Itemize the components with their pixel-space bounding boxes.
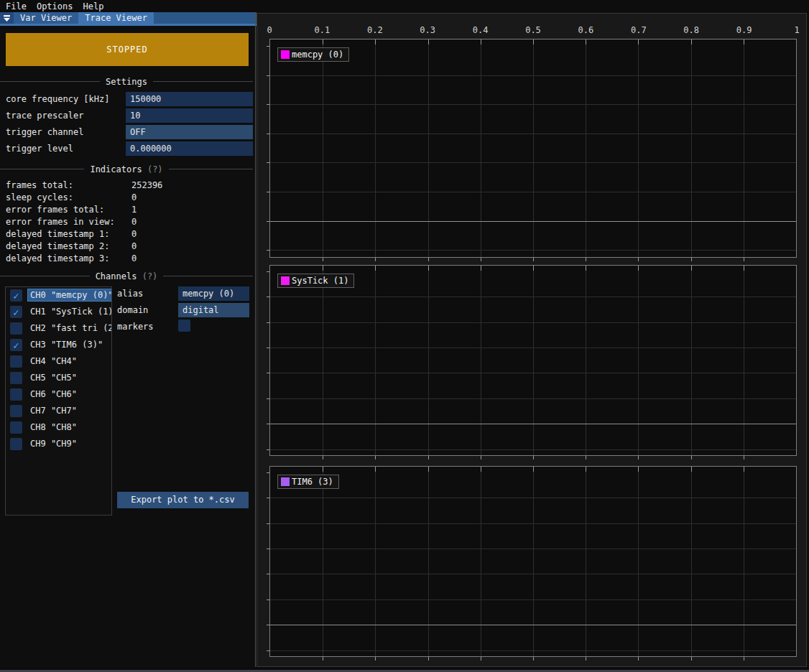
y-tick-mark [267,498,269,498]
y-tick-mark [267,599,269,600]
channel-name[interactable]: CH1 "SysTick (1) [28,306,112,317]
menu-item-file[interactable]: File [6,1,27,11]
plot-systick-1[interactable]: SysTick (1) [269,265,797,456]
plot-memcpy-0[interactable]: memcpy (0) [269,39,797,258]
channel-name[interactable]: CH9 "CH9" [28,438,79,449]
window-collapse-button[interactable] [0,12,14,24]
x-axis-tick-label: 0.9 [736,25,752,35]
channel-name[interactable]: CH0 "memcpy (0)" [28,289,112,301]
y-tick-mark [267,192,269,192]
x-tick-mark [586,258,586,261]
y-tick-mark [267,322,269,323]
indicator-label: error frames total: [6,205,104,215]
plots-panel: 00.10.20.30.40.50.60.70.80.91memcpy (0)S… [256,13,807,667]
setting-row: core frequency [kHz]150000 [0,91,253,108]
x-tick-mark [586,39,586,45]
plot-legend[interactable]: SysTick (1) [277,274,354,288]
channel-name[interactable]: CH7 "CH7" [28,405,79,416]
vertical-gridline [691,266,692,455]
trigger-level-input[interactable]: 0.000000 [126,141,253,156]
plot-tim6-3[interactable]: TIM6 (3) [269,466,797,657]
vertical-gridline [375,39,376,257]
indicators-section: frames total:252396sleep cycles:0error f… [0,179,253,265]
channel-name[interactable]: CH8 "CH8" [28,421,79,433]
channel-name[interactable]: CH2 "fast tri (2 [28,322,112,334]
trace-prescaler-input[interactable]: 10 [126,108,253,123]
tab-var-viewer[interactable]: Var Viewer [14,12,78,24]
channel-checkbox[interactable]: ✓ [10,421,22,434]
indicator-value: 0 [131,229,137,239]
vertical-gridline [586,467,586,656]
channel-checkbox[interactable]: ✓ [10,388,22,401]
channel-name[interactable]: CH4 "CH4" [28,355,79,367]
core-frequency-khz--input[interactable]: 150000 [126,92,253,106]
channel-list[interactable]: ✓CH0 "memcpy (0)"✓CH1 "SysTick (1)✓CH2 "… [5,286,112,515]
channel-checkbox[interactable]: ✓ [10,372,22,384]
x-tick-mark [744,467,744,472]
setting-row: trace prescaler10 [0,108,253,124]
setting-row: trigger channelOFF [0,124,253,141]
setting-row: trigger level0.000000 [0,141,253,157]
setting-label: trigger level [6,144,73,154]
trigger-channel-combo[interactable]: OFF [126,125,253,139]
markers-checkbox[interactable]: ✓ [178,319,190,332]
channel-name[interactable]: CH3 "TIM6 (3)" [28,339,105,350]
x-tick-mark [586,456,586,459]
vertical-gridline [428,266,429,455]
indicator-value: 252396 [131,180,162,190]
indicator-value: 0 [131,241,137,251]
menu-item-options[interactable]: Options [37,1,73,11]
vertical-gridline [533,39,534,257]
x-tick-mark [481,456,481,459]
export-csv-button[interactable]: Export plot to *.csv [117,492,249,508]
vertical-gridline [428,467,429,656]
channel-name[interactable]: CH6 "CH6" [28,388,79,400]
x-tick-mark [691,657,692,661]
tab-trace-viewer[interactable]: Trace Viewer [78,12,154,24]
vertical-gridline [375,266,376,455]
x-axis-tick-label: 1 [794,25,799,35]
alias-label: alias [117,289,143,299]
indicator-row: delayed timestamp 3:0 [0,253,253,265]
x-tick-mark [744,456,744,459]
channel-checkbox[interactable]: ✓ [10,339,22,351]
alias-input[interactable]: memcpy (0) [178,286,249,301]
channel-checkbox[interactable]: ✓ [10,306,22,318]
horizontal-gridline [270,373,796,373]
channel-row: ✓CH8 "CH8" [6,419,111,436]
x-axis-tick-label: 0.2 [367,25,383,35]
x-tick-mark [428,456,429,459]
vertical-gridline [375,467,376,656]
channel-checkbox[interactable]: ✓ [10,355,22,368]
tab-underline [0,24,256,26]
channels-title: Channels (?) [90,271,164,281]
x-tick-mark [533,266,534,271]
channels-help-hint[interactable]: (?) [142,271,158,281]
menu-item-help[interactable]: Help [83,1,103,11]
indicator-value: 1 [131,205,137,215]
channel-name[interactable]: CH5 "CH5" [28,372,79,383]
vertical-gridline [533,266,534,455]
x-tick-mark [323,258,323,261]
indicators-help-hint[interactable]: (?) [147,164,163,174]
legend-label: memcpy (0) [292,50,343,60]
x-axis-tick-label: 0.6 [578,25,594,35]
channel-checkbox[interactable]: ✓ [10,438,22,450]
legend-color-swatch [281,276,290,285]
domain-combo[interactable]: digital [178,303,249,317]
vertical-gridline [586,266,586,455]
channel-row: ✓CH5 "CH5" [6,370,111,386]
channel-checkbox[interactable]: ✓ [10,322,22,335]
x-tick-mark [481,467,481,472]
plot-legend[interactable]: TIM6 (3) [277,475,339,489]
channel-checkbox[interactable]: ✓ [10,405,22,417]
horizontal-gridline [270,134,796,134]
panel-divider[interactable] [255,12,256,667]
zero-axis-line [270,625,796,625]
acquisition-state-button[interactable]: STOPPED [6,33,249,66]
y-tick-mark [267,221,269,222]
channel-checkbox[interactable]: ✓ [10,289,22,302]
x-tick-mark [638,456,639,459]
plot-legend[interactable]: memcpy (0) [277,47,349,62]
vertical-gridline [691,39,692,257]
